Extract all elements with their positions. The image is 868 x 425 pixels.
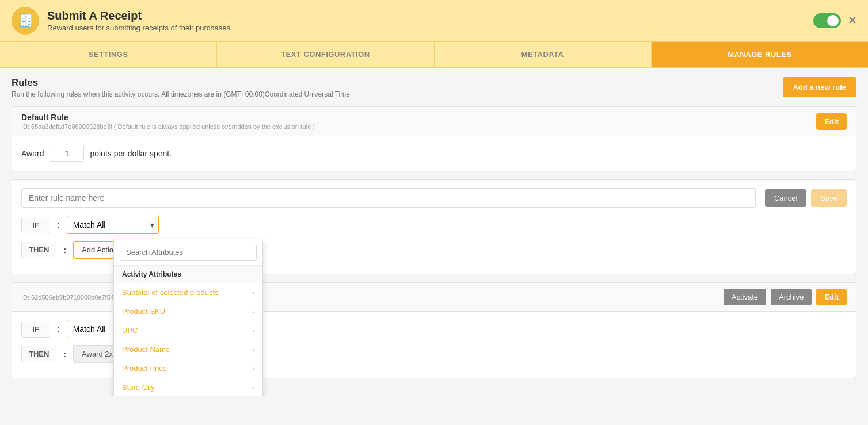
rule2-if-colon: :: [57, 324, 60, 334]
chevron-right-icon: ›: [252, 384, 254, 391]
dropdown-item-store-city[interactable]: Store City ›: [114, 378, 262, 396]
default-rule-card: Default Rule ID: 65aa3ddfad7e86000928be3…: [12, 106, 856, 171]
default-rule-header-text: Default Rule ID: 65aa3ddfad7e86000928be3…: [21, 113, 315, 130]
then-colon: :: [63, 246, 66, 255]
match-all-select-wrapper: Match All: [67, 216, 159, 234]
chevron-right-icon: ›: [252, 346, 254, 353]
cancel-button[interactable]: Cancel: [765, 189, 806, 207]
rules-title: Rules: [12, 77, 350, 89]
header-right: ✕: [813, 13, 856, 28]
search-attributes-input[interactable]: [120, 244, 257, 261]
default-rule-body: Award points per dollar spent.: [12, 136, 856, 171]
chevron-right-icon: ›: [252, 308, 254, 315]
app-icon: 🧾: [12, 7, 39, 35]
add-new-rule-button[interactable]: Add a new rule: [783, 77, 856, 97]
tab-text-configuration[interactable]: TEXT CONFIGURATION: [217, 42, 434, 67]
dropdown-item-product-name[interactable]: Product Name ›: [114, 340, 262, 359]
toggle-switch[interactable]: [813, 13, 841, 28]
app-header: 🧾 Submit A Receipt Reward users for subm…: [0, 0, 868, 42]
default-rule-header: Default Rule ID: 65aa3ddfad7e86000928be3…: [12, 107, 856, 136]
rule2-if-label: IF: [21, 321, 50, 338]
close-icon[interactable]: ✕: [848, 14, 856, 27]
dropdown-item-sku[interactable]: Product SKU ›: [114, 302, 262, 321]
tab-metadata[interactable]: METADATA: [435, 42, 652, 67]
rule-name-input[interactable]: [21, 188, 756, 208]
award-label: Award: [21, 149, 44, 158]
header-text: Submit A Receipt Reward users for submit…: [47, 9, 233, 32]
award-row: Award points per dollar spent.: [21, 146, 847, 162]
chevron-right-icon: ›: [252, 365, 254, 372]
main-content: Rules Run the following rules when this …: [0, 68, 868, 396]
rule-editor-header: Cancel Save: [21, 188, 847, 208]
activate-button[interactable]: Activate: [724, 289, 766, 305]
rule2-then-label: THEN: [21, 346, 56, 362]
default-rule-id: ID: 65aa3ddfad7e86000928be3f ( Default r…: [21, 123, 315, 130]
tab-manage-rules[interactable]: MANAGE RULES: [652, 42, 868, 67]
attributes-dropdown: Activity Attributes Subtotal of selected…: [113, 239, 263, 396]
if-colon: :: [57, 220, 60, 229]
if-row: IF : Match All Activity Attributes Subto…: [21, 216, 847, 234]
chevron-right-icon: ›: [252, 327, 254, 334]
then-label: THEN: [21, 242, 56, 258]
dropdown-list: Activity Attributes Subtotal of selected…: [114, 266, 262, 396]
award-suffix: points per dollar spent.: [90, 149, 172, 158]
award-value-input[interactable]: [50, 146, 84, 162]
if-label: IF: [21, 217, 50, 233]
archive-button[interactable]: Archive: [771, 289, 812, 305]
default-rule-edit-button[interactable]: Edit: [816, 113, 847, 130]
rules-subtitle: Run the following rules when this activi…: [12, 90, 350, 98]
dropdown-section-title: Activity Attributes: [114, 266, 262, 283]
default-rule-title: Default Rule: [21, 113, 315, 122]
rules-header: Rules Run the following rules when this …: [12, 77, 856, 98]
save-button[interactable]: Save: [811, 189, 847, 207]
tab-bar: SETTINGS TEXT CONFIGURATION METADATA MAN…: [0, 42, 868, 68]
app-subtitle: Reward users for submitting receipts of …: [47, 24, 233, 32]
rule2-edit-button[interactable]: Edit: [816, 289, 847, 305]
dropdown-item-product-price[interactable]: Product Price ›: [114, 359, 262, 378]
match-all-select[interactable]: Match All: [67, 216, 159, 234]
tab-settings[interactable]: SETTINGS: [0, 42, 217, 67]
rule2-action-buttons: Activate Archive Edit: [724, 289, 847, 305]
dropdown-search-area: [114, 239, 262, 266]
header-left: 🧾 Submit A Receipt Reward users for subm…: [12, 7, 233, 35]
dropdown-item-upc[interactable]: UPC ›: [114, 321, 262, 340]
dropdown-item-subtotal[interactable]: Subtotal of selected products ›: [114, 283, 262, 302]
rule2-id: ID: 62d506eb9b0710000b0e7f54: [21, 294, 114, 301]
chevron-right-icon: ›: [252, 289, 254, 296]
app-title: Submit A Receipt: [47, 9, 233, 22]
new-rule-editor: Cancel Save IF : Match All Activity Attr…: [12, 179, 856, 274]
rules-header-text: Rules Run the following rules when this …: [12, 77, 350, 98]
rule2-then-colon: :: [63, 350, 66, 359]
